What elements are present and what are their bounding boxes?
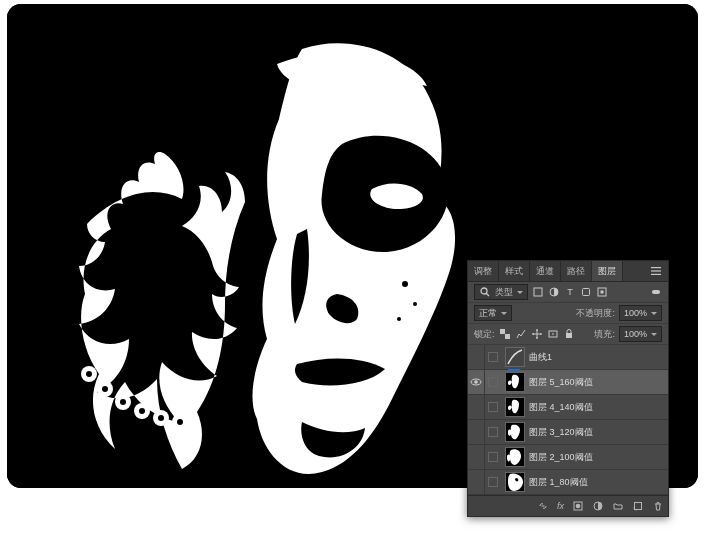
lock-brush-icon[interactable] [515, 328, 527, 340]
layer-name[interactable]: 图层 4_140阈值 [529, 401, 668, 414]
svg-rect-29 [505, 334, 510, 339]
filter-smart-icon[interactable] [596, 286, 608, 298]
svg-rect-31 [552, 334, 554, 335]
lock-fill-row: 锁定: 填充: 100% [468, 324, 668, 345]
svg-line-20 [486, 293, 489, 296]
layer-thumbnail[interactable] [505, 472, 525, 492]
layer-filter-row: 类型 T [468, 282, 668, 303]
svg-rect-27 [652, 290, 660, 294]
adjust-icon[interactable] [592, 500, 604, 512]
adjustment-indicator [508, 369, 520, 371]
svg-point-14 [158, 415, 164, 421]
filter-adjust-icon[interactable] [548, 286, 560, 298]
layer-name[interactable]: 图层 5_160阈值 [529, 376, 668, 389]
opacity-value[interactable]: 100% [619, 305, 662, 321]
svg-point-1 [402, 281, 408, 287]
trash-icon[interactable] [652, 500, 664, 512]
layer-thumbnail[interactable] [505, 397, 525, 417]
layer-thumbnail[interactable] [505, 447, 525, 467]
filter-toggle-icon[interactable] [650, 286, 662, 298]
filter-type-icon[interactable]: T [564, 286, 576, 298]
fill-value[interactable]: 100% [619, 326, 662, 342]
svg-point-11 [102, 386, 108, 392]
blend-mode-dropdown[interactable]: 正常 [474, 305, 512, 321]
svg-point-12 [120, 399, 126, 405]
link-slot[interactable] [485, 445, 501, 469]
svg-point-10 [86, 371, 92, 377]
layer-row[interactable]: 图层 1_80阈值 [468, 470, 668, 495]
link-icon[interactable] [537, 500, 549, 512]
chevron-down-icon [517, 291, 523, 294]
blend-opacity-row: 正常 不透明度: 100% [468, 303, 668, 324]
svg-text:T: T [567, 287, 573, 297]
lock-artboard-icon[interactable] [547, 328, 559, 340]
link-slot[interactable] [485, 470, 501, 494]
panel-menu-icon[interactable] [644, 261, 668, 281]
svg-point-3 [397, 317, 401, 321]
lock-transparent-icon[interactable] [499, 328, 511, 340]
link-slot[interactable] [485, 370, 501, 394]
layer-row[interactable]: 图层 2_100阈值 [468, 445, 668, 470]
tab-channels[interactable]: 通道 [530, 261, 561, 281]
layer-kind-label: 类型 [495, 286, 513, 299]
layer-name[interactable]: 图层 3_120阈值 [529, 426, 668, 439]
layer-thumbnail[interactable] [505, 372, 525, 392]
svg-rect-28 [500, 329, 505, 334]
filter-pixel-icon[interactable] [532, 286, 544, 298]
svg-point-15 [177, 419, 183, 425]
link-slot[interactable] [485, 420, 501, 444]
svg-rect-24 [583, 289, 590, 296]
layers-panel: 调整 样式 通道 路径 图层 类型 T 正常 不透明度: [467, 260, 669, 517]
fill-label: 填充: [594, 328, 615, 341]
svg-rect-16 [651, 267, 661, 268]
svg-point-19 [481, 288, 487, 294]
opacity-label: 不透明度: [576, 307, 615, 320]
layer-row[interactable]: 图层 4_140阈值 [468, 395, 668, 420]
visibility-toggle[interactable] [468, 345, 485, 369]
svg-point-42 [576, 504, 581, 509]
layer-thumbnail[interactable] [505, 422, 525, 442]
layer-row[interactable]: 图层 5_160阈值 [468, 370, 668, 395]
svg-rect-18 [651, 274, 661, 275]
fx-icon[interactable]: fx [557, 501, 564, 511]
lock-label: 锁定: [474, 328, 495, 341]
svg-point-2 [413, 302, 417, 306]
layer-thumbnail[interactable] [505, 347, 525, 367]
panel-footer: fx [468, 495, 668, 516]
layers-list: 曲线1 图层 5_160阈值 图层 4_140阈值 [468, 345, 668, 495]
filter-shape-icon[interactable] [580, 286, 592, 298]
link-slot[interactable] [485, 395, 501, 419]
layer-name[interactable]: 图层 2_100阈值 [529, 451, 668, 464]
layer-row[interactable]: 曲线1 [468, 345, 668, 370]
mask-icon[interactable] [572, 500, 584, 512]
eye-icon [470, 376, 482, 388]
panel-tabs: 调整 样式 通道 路径 图层 [468, 261, 668, 282]
layer-name[interactable]: 图层 1_80阈值 [529, 476, 668, 489]
lock-all-icon[interactable] [563, 328, 575, 340]
visibility-toggle[interactable] [468, 370, 485, 394]
svg-rect-32 [566, 333, 572, 338]
layer-filter-icons: T [532, 286, 608, 298]
link-slot[interactable] [485, 345, 501, 369]
svg-point-35 [474, 380, 478, 384]
visibility-toggle[interactable] [468, 420, 485, 444]
svg-rect-26 [601, 291, 604, 294]
lock-position-icon[interactable] [531, 328, 543, 340]
group-icon[interactable] [612, 500, 624, 512]
new-icon[interactable] [632, 500, 644, 512]
tab-paths[interactable]: 路径 [561, 261, 592, 281]
layer-row[interactable]: 图层 3_120阈值 [468, 420, 668, 445]
layer-search[interactable]: 类型 [474, 284, 528, 300]
layer-name[interactable]: 曲线1 [529, 351, 668, 364]
search-icon [479, 286, 491, 298]
visibility-toggle[interactable] [468, 470, 485, 494]
svg-rect-17 [651, 270, 661, 271]
visibility-toggle[interactable] [468, 445, 485, 469]
svg-rect-21 [534, 288, 542, 296]
svg-point-13 [139, 408, 145, 414]
tab-styles[interactable]: 样式 [499, 261, 530, 281]
tab-adjustments[interactable]: 调整 [468, 261, 499, 281]
tab-layers[interactable]: 图层 [592, 261, 623, 281]
visibility-toggle[interactable] [468, 395, 485, 419]
svg-rect-44 [635, 503, 642, 510]
